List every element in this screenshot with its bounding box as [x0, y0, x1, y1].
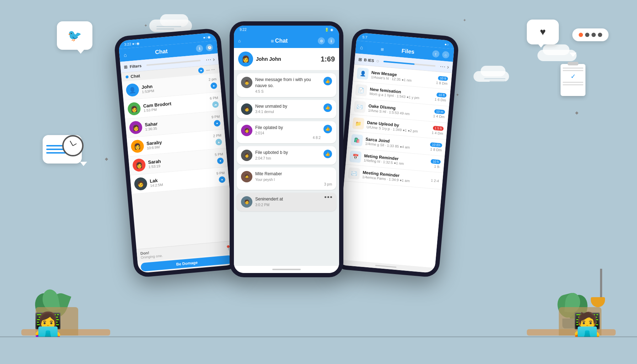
message-6[interactable]: 🧑 Seninendert at 3:0:2 PM: [237, 193, 336, 211]
heart-bubble: ♥: [527, 20, 559, 44]
file-size-3: 1 4 Dm: [433, 114, 445, 119]
settings-icon-center[interactable]: ⚙: [318, 37, 325, 44]
clock-hour-hand: [73, 143, 77, 146]
status-icons-left: ●○◉: [203, 35, 211, 39]
msg-content-5: Mite Remaber Your peysh l 3 pm: [255, 171, 332, 186]
file-info-1: New Mesage 1/Assie's hl · 12:35 ●1 nm: [371, 70, 434, 84]
filter-expand-right[interactable]: ○: [376, 58, 380, 64]
clock-icon-left[interactable]: 🕐: [205, 44, 213, 52]
sparkle-8: ◆: [575, 110, 578, 115]
message-1[interactable]: 👨 New message from i with you nauve so. …: [237, 73, 336, 97]
chat-meta-john: 2 pm ●: [208, 77, 217, 89]
msg-sub-3: 2:014: [255, 131, 321, 135]
status-bar-center: 9:22 🔋 ◉: [234, 26, 339, 34]
settings-icon-right[interactable]: ⌂: [442, 51, 450, 59]
heart-icon: ♥: [540, 26, 546, 38]
file-meta-3: 10 m 1 4 Dm: [433, 109, 445, 119]
file-badge-2: 10 ft: [437, 92, 446, 97]
file-badge-4: 1 5 ft: [433, 125, 444, 131]
sparkle-5: ◆: [105, 156, 108, 161]
filters-label-right: B IES: [364, 58, 374, 63]
msg-action-4[interactable]: 👍: [323, 150, 332, 158]
section-dot: [125, 75, 129, 79]
file-badge-1: 10 ft: [438, 76, 448, 81]
msg-sub-6: 3:0:2 PM: [255, 203, 322, 207]
chat-time-lak: 9 PM: [216, 171, 225, 175]
chat-meta-saraby: 2 PM ▲: [213, 133, 222, 145]
avatar-cam: 👩: [127, 102, 141, 116]
john-header: 👩 John John 1:69: [234, 48, 339, 70]
info-icon-right[interactable]: t: [432, 50, 440, 58]
dot-orange: [579, 33, 583, 37]
clipboard-clip: [568, 62, 578, 65]
bookmark-icon-left: ⊞: [124, 64, 128, 70]
chat-badge-sahar: ●: [214, 120, 221, 127]
avatar-saraby: 👩: [130, 139, 144, 153]
bookmark-icon-right: ⊞: [358, 57, 362, 62]
files-list: 👤 New Mesage 1/Assie's hl · 12:35 ●1 nm …: [337, 65, 452, 268]
message-4[interactable]: 👩 File upboted b by 2:04:7 hm 👍: [237, 146, 336, 165]
msg-sub-2: 3:4:1 dernul: [255, 110, 321, 114]
avatar-john: 👤: [125, 83, 139, 97]
file-icon-5: 🛍️: [351, 134, 363, 146]
lamp-shade: [591, 297, 605, 307]
chat-list-left: 👤 John 1:53PM 2 pm ● 👩: [122, 73, 234, 249]
home-bar-right: [375, 265, 396, 268]
file-info-2: New femisation Mom g a 1 hjml · 1:543 ●1…: [369, 86, 432, 101]
home-icon-right: ⌂: [360, 44, 363, 50]
chat-meta-cam: 6 PM ☁: [210, 96, 219, 108]
file-icon-2: 📄: [355, 84, 368, 96]
info-icon-left[interactable]: ℹ: [196, 44, 203, 52]
msg-time-5: 3 pm: [255, 182, 332, 186]
message-3[interactable]: 👩 File oplated by 2:014 4 8:2 👍: [237, 121, 336, 144]
msg-action-2[interactable]: 👍: [323, 103, 332, 112]
msg-avatar-3: 👩: [241, 125, 252, 136]
msg-action-1[interactable]: 👍: [323, 77, 332, 85]
file-info-4: Dane Upleod by U/Ume S 1ry:p · 1:349 ●1 …: [366, 120, 429, 134]
filter-dots-right[interactable]: ⋯ ›: [439, 63, 449, 70]
chat-badge-saraby: ▲: [215, 138, 223, 145]
msg-sub-5: Your peysh l: [255, 178, 332, 182]
grid-icon-center: ⊞: [271, 39, 274, 43]
person-right: 🧑‍💻: [573, 313, 601, 336]
msg-avatar-4: 👩: [241, 150, 252, 161]
msg-text-4: File upboted b by: [255, 150, 321, 156]
file-info-7: Meeting Reminder 1/4emca Pams · 1:34:9 ●…: [362, 170, 429, 184]
john-info: John John: [256, 56, 318, 62]
message-5[interactable]: 🧔 Mite Remaber Your peysh l 3 pm: [237, 167, 336, 190]
msg-text-6: Seninendert at: [255, 196, 322, 202]
chat-bubble-tail: [80, 162, 87, 166]
msg-text-3: File oplated by: [255, 125, 321, 131]
filter-dots-left[interactable]: ⋯ ›: [205, 56, 215, 63]
chat-badge-sarah: ●: [217, 157, 224, 164]
section-count: ●: [198, 67, 204, 73]
info-icon-center[interactable]: ℹ: [328, 37, 335, 44]
messages-list: 👨 New message from i with you nauve so. …: [234, 70, 339, 266]
dots-bubble: [572, 28, 609, 41]
message-2[interactable]: 🧑 New unmated by 3:4:1 dernul 👍: [237, 100, 336, 118]
clipboard-check: ✓: [563, 73, 583, 80]
header-icons-right: t ⌂: [432, 50, 450, 59]
header-title-left: Chat: [155, 48, 168, 55]
chat-time-sarah: 5 PM: [215, 152, 223, 156]
chat-badge-john: ●: [210, 82, 218, 89]
twitter-bubble: 🐦: [57, 21, 92, 50]
file-size-6: 1 9-: [434, 164, 440, 168]
filter-progress-right: [384, 60, 436, 66]
file-meta-5: 10 Eh 1 8 Dm: [430, 142, 443, 152]
msg-action-3[interactable]: 👍: [323, 125, 332, 133]
file-icon-6: 📅: [349, 151, 362, 163]
msg-time-3: 4 8:2: [255, 136, 321, 140]
chat-info-cam: Cam Brodort 1:53 PM: [143, 98, 208, 113]
filter-fill: [384, 60, 415, 65]
section-text: Chat: [130, 73, 140, 79]
twitter-icon: 🐦: [68, 29, 82, 42]
heart-bubble-tail: [537, 43, 545, 48]
file-size-7: 1 2-4: [431, 178, 439, 183]
phone-left: 3:22 ●○◉ ●○◉ ⌂ Chat ℹ 🕐 ⊞ Filters ⋯ ›: [114, 28, 241, 278]
phone-center: 9:22 🔋 ◉ ⌂ ⊞ Chat ⚙ ℹ: [230, 21, 343, 277]
chat-time-sahar: 9 PM: [211, 114, 220, 119]
msg-text-2: New unmated by: [255, 103, 321, 109]
avatar-sahar: 👩: [129, 121, 143, 134]
file-meta-4: 1 5 ft 1 4 Dm: [432, 125, 444, 135]
